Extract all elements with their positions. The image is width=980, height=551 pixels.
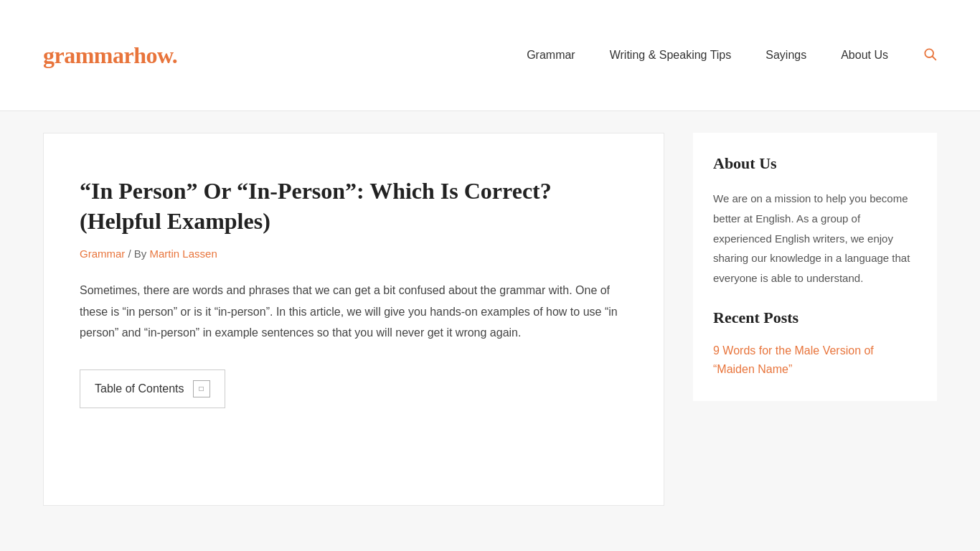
table-of-contents-box: Table of Contents □ [80, 369, 225, 408]
article-title: “In Person” Or “In-Person”: Which Is Cor… [80, 176, 628, 236]
article-category[interactable]: Grammar [80, 248, 125, 260]
site-logo[interactable]: grammarhow. [43, 42, 177, 69]
article-meta: Grammar / By Martin Lassen [80, 248, 628, 260]
toc-toggle-icon: □ [199, 385, 204, 392]
main-nav: Grammar Writing & Speaking Tips Sayings … [527, 47, 937, 65]
site-header: grammarhow. Grammar Writing & Speaking T… [0, 0, 980, 111]
sidebar-about-title: About Us [713, 154, 917, 173]
meta-separator: / By [128, 248, 150, 260]
nav-writing-speaking[interactable]: Writing & Speaking Tips [610, 49, 732, 62]
recent-post-link-0[interactable]: 9 Words for the Male Version of “Maiden … [713, 342, 917, 380]
sidebar-recent-posts-title: Recent Posts [713, 309, 917, 327]
toc-toggle-button[interactable]: □ [193, 380, 210, 397]
toc-label: Table of Contents [95, 382, 184, 395]
logo-text: grammarhow [43, 42, 172, 68]
article-author[interactable]: Martin Lassen [150, 248, 217, 260]
nav-grammar[interactable]: Grammar [527, 49, 575, 62]
sidebar: About Us We are on a mission to help you… [693, 133, 937, 506]
main-container: “In Person” Or “In-Person”: Which Is Cor… [0, 111, 980, 527]
sidebar-about-section: About Us We are on a mission to help you… [693, 133, 937, 401]
sidebar-about-text: We are on a mission to help you become b… [713, 189, 917, 288]
nav-sayings[interactable]: Sayings [765, 49, 806, 62]
logo-dot: . [172, 42, 178, 68]
article-intro: Sometimes, there are words and phrases t… [80, 280, 628, 344]
search-icon[interactable] [923, 47, 937, 65]
nav-about-us[interactable]: About Us [841, 49, 888, 62]
article-area: “In Person” Or “In-Person”: Which Is Cor… [43, 133, 664, 506]
svg-line-1 [933, 56, 936, 60]
